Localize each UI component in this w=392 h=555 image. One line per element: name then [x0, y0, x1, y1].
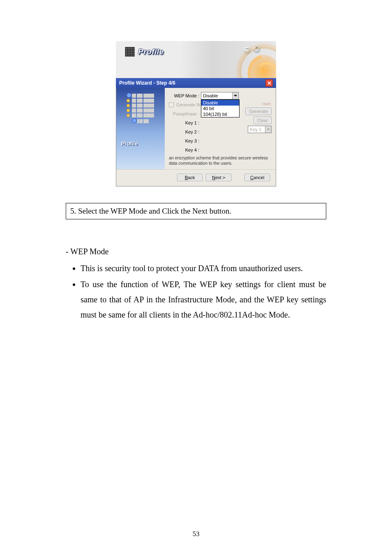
generate-button[interactable]: Generate — [245, 108, 272, 115]
wep-mode-dropdown-list[interactable]: Disable 40 bit 104(128) bit — [201, 99, 240, 117]
default-key-value: Key 1 — [250, 127, 261, 132]
app-banner: Profile — [116, 41, 276, 78]
next-button[interactable]: Next > — [206, 174, 231, 181]
wep-mode-option-disable[interactable]: Disable — [201, 100, 239, 106]
wizard-side-panel: Profile — [116, 88, 165, 169]
chevron-down-icon — [265, 126, 271, 133]
wep-mode-option-40bit[interactable]: 40 bit — [201, 106, 239, 111]
next-button-rest: ext > — [215, 175, 225, 180]
wizard-close-button[interactable]: ✕ — [265, 79, 273, 87]
chevron-down-icon — [232, 92, 238, 99]
page-number: 53 — [0, 530, 392, 538]
key2-label: Key 2 : — [169, 129, 201, 134]
wizard-body: Profile WEP Mode : Disable — [116, 88, 276, 187]
passphrase-suffix-label: rase — [262, 101, 272, 106]
app-title: Profile — [138, 47, 164, 56]
passphrase-label: Passphrase : — [169, 111, 201, 116]
wizard-title: Profile Wizard - Step 4/6 — [119, 80, 175, 86]
side-panel-graphic — [127, 93, 154, 126]
back-button-rest: ack — [188, 175, 195, 180]
bullet-1: This is security tool to protect your DA… — [81, 261, 326, 276]
key4-label: Key 4 : — [169, 147, 201, 152]
cancel-button[interactable]: Cancel — [244, 174, 270, 181]
body-section: - WEP Mode This is security tool to prot… — [66, 244, 326, 322]
wizard-screenshot: Profile Profile Wizard - Step 4/6 ✕ — [116, 41, 276, 187]
key3-label: Key 3 : — [169, 138, 201, 143]
generate-passphrase-checkbox[interactable] — [169, 102, 174, 107]
cancel-button-rest: ancel — [254, 175, 264, 180]
wep-mode-option-104bit[interactable]: 104(128) bit — [201, 111, 239, 117]
wizard-titlebar: Profile Wizard - Step 4/6 ✕ — [116, 78, 276, 88]
wep-mode-value: Disable — [203, 93, 218, 98]
wep-mode-label: WEP Mode : — [169, 93, 201, 98]
clear-button[interactable]: Clear — [254, 117, 272, 124]
wep-mode-select[interactable]: Disable — [201, 92, 239, 99]
wizard-form: WEP Mode : Disable Disable 40 bit 104(12… — [165, 88, 276, 169]
back-button[interactable]: Back — [177, 174, 203, 181]
default-key-select[interactable]: Key 1 — [248, 126, 272, 133]
wep-mode-heading: - WEP Mode — [66, 244, 326, 259]
app-icon — [125, 47, 135, 57]
bullet-2: To use the function of WEP, The WEP key … — [81, 277, 326, 322]
figure-caption: 5. Select the WEP Mode and Click the Nex… — [66, 203, 326, 219]
wizard-footer: Back Next > Cancel — [116, 169, 276, 186]
right-button-column: rase Generate Clear Key 1 — [247, 101, 272, 133]
wep-info-text: an encryption scheme that provides secur… — [169, 155, 272, 166]
key1-label: Key 1 : — [169, 120, 201, 125]
side-panel-label: Profile — [116, 140, 165, 147]
minimize-button[interactable] — [244, 47, 251, 53]
